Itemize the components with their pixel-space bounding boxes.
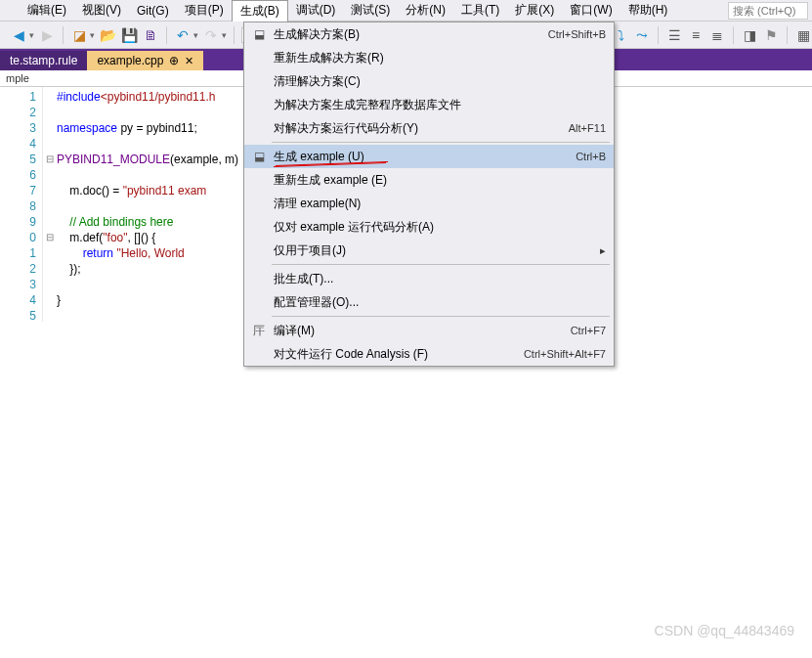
step-over-icon[interactable]: ⤳ xyxy=(633,26,651,44)
menu-item[interactable]: 清理 example(N) xyxy=(244,192,614,215)
menu-item[interactable]: 重新生成 example (E) xyxy=(244,168,614,192)
menu-item-label: 编译(M) xyxy=(270,323,571,339)
menu-item[interactable]: 批生成(T)... xyxy=(244,267,614,290)
outdent-icon[interactable]: ≣ xyxy=(708,26,726,44)
menu-item-label: 仅用于项目(J) xyxy=(270,242,600,259)
open-icon[interactable]: 📂 xyxy=(99,26,116,44)
menu-view[interactable]: 视图(V) xyxy=(74,0,129,21)
menu-item-label: 生成解决方案(B) xyxy=(270,26,548,43)
forward-icon[interactable]: ▶ xyxy=(38,26,56,44)
menubar: 编辑(E) 视图(V) Git(G) 项目(P) 生成(B) 调试(D) 测试(… xyxy=(0,0,812,22)
back-icon[interactable]: ◀ xyxy=(10,26,27,44)
tab-label: example.cpp xyxy=(97,54,163,67)
redo-icon[interactable]: ↷ xyxy=(202,26,220,44)
menu-tools[interactable]: 工具(T) xyxy=(453,0,507,21)
line-gutter: 123456789012345 xyxy=(0,87,43,322)
tab-label: te.stamp.rule xyxy=(10,54,77,67)
pin-icon[interactable]: ⊕ xyxy=(169,54,179,67)
menu-item[interactable]: 清理解决方案(C) xyxy=(244,69,614,93)
menu-item-label: 清理 example(N) xyxy=(270,196,606,212)
build-menu-dropdown: ⬓生成解决方案(B)Ctrl+Shift+B重新生成解决方案(R)清理解决方案(… xyxy=(243,22,615,367)
menu-item-label: 重新生成解决方案(R) xyxy=(270,50,606,66)
search-input[interactable] xyxy=(728,2,808,20)
save-icon[interactable]: 💾 xyxy=(120,26,138,44)
menu-item[interactable]: 对文件运行 Code Analysis (F)Ctrl+Shift+Alt+F7 xyxy=(244,342,614,366)
comment-icon[interactable]: ▦ xyxy=(794,26,812,44)
menu-item[interactable]: 为解决方案生成完整程序数据库文件 xyxy=(244,93,614,116)
menu-item-icon: ⬓ xyxy=(248,27,270,41)
menu-item-label: 对文件运行 Code Analysis (F) xyxy=(270,346,524,363)
bookmark-icon[interactable]: ◨ xyxy=(741,26,758,44)
menu-item[interactable]: 配置管理器(O)... xyxy=(244,290,614,314)
menu-item-label: 重新生成 example (E) xyxy=(270,172,606,189)
flag-icon[interactable]: ⚑ xyxy=(762,26,780,44)
menu-item-label: 为解决方案生成完整程序数据库文件 xyxy=(270,97,606,113)
menu-help[interactable]: 帮助(H) xyxy=(620,0,676,21)
menu-item[interactable]: 厈编译(M)Ctrl+F7 xyxy=(244,319,614,342)
search-box xyxy=(728,2,808,20)
menu-item-shortcut: ▸ xyxy=(600,244,606,257)
menu-item-shortcut: Ctrl+F7 xyxy=(571,325,606,336)
menu-item[interactable]: 对解决方案运行代码分析(Y)Alt+F11 xyxy=(244,116,614,140)
menu-item[interactable]: 仅对 example 运行代码分析(A) xyxy=(244,215,614,239)
menu-item-icon: ⬓ xyxy=(248,150,270,163)
menu-item-label: 清理解决方案(C) xyxy=(270,73,606,90)
menu-item[interactable]: ⬓生成解决方案(B)Ctrl+Shift+B xyxy=(244,22,614,46)
indent-icon[interactable]: ≡ xyxy=(687,26,705,44)
menu-item-shortcut: Ctrl+Shift+Alt+F7 xyxy=(524,348,606,360)
menu-item[interactable]: 重新生成解决方案(R) xyxy=(244,46,614,69)
menu-edit[interactable]: 编辑(E) xyxy=(20,0,74,21)
menu-item-label: 仅对 example 运行代码分析(A) xyxy=(270,219,606,236)
saveall-icon[interactable]: 🗎 xyxy=(142,26,159,44)
menu-window[interactable]: 窗口(W) xyxy=(562,0,620,21)
new-icon[interactable]: ◪ xyxy=(70,26,88,44)
menu-analyze[interactable]: 分析(N) xyxy=(398,0,453,21)
menu-item-shortcut: Alt+F11 xyxy=(569,122,606,134)
menu-build[interactable]: 生成(B) xyxy=(232,0,288,22)
menu-git[interactable]: Git(G) xyxy=(129,2,177,20)
menu-item-label: 对解决方案运行代码分析(Y) xyxy=(270,120,569,137)
menu-debug[interactable]: 调试(D) xyxy=(288,0,344,21)
list-icon[interactable]: ☰ xyxy=(665,26,683,44)
tab-stamp-rule[interactable]: te.stamp.rule xyxy=(0,51,87,70)
tab-example-cpp[interactable]: example.cpp ⊕ ✕ xyxy=(87,51,203,70)
close-icon[interactable]: ✕ xyxy=(185,55,193,67)
menu-item-shortcut: Ctrl+Shift+B xyxy=(548,28,606,40)
menu-item-label: 配置管理器(O)... xyxy=(270,294,606,311)
watermark: CSDN @qq_44843469 xyxy=(655,623,794,638)
menu-item-label: 批生成(T)... xyxy=(270,271,606,287)
menu-item-shortcut: Ctrl+B xyxy=(576,151,606,162)
menu-project[interactable]: 项目(P) xyxy=(177,0,232,21)
menu-item[interactable]: 仅用于项目(J)▸ xyxy=(244,239,614,262)
fold-gutter: ⊟⊟ xyxy=(43,87,57,322)
menu-item-icon: 厈 xyxy=(248,323,270,339)
menu-item-label: 生成 example (U) xyxy=(270,149,576,165)
menu-extensions[interactable]: 扩展(X) xyxy=(507,0,562,21)
undo-icon[interactable]: ↶ xyxy=(174,26,192,44)
menu-test[interactable]: 测试(S) xyxy=(343,0,398,21)
